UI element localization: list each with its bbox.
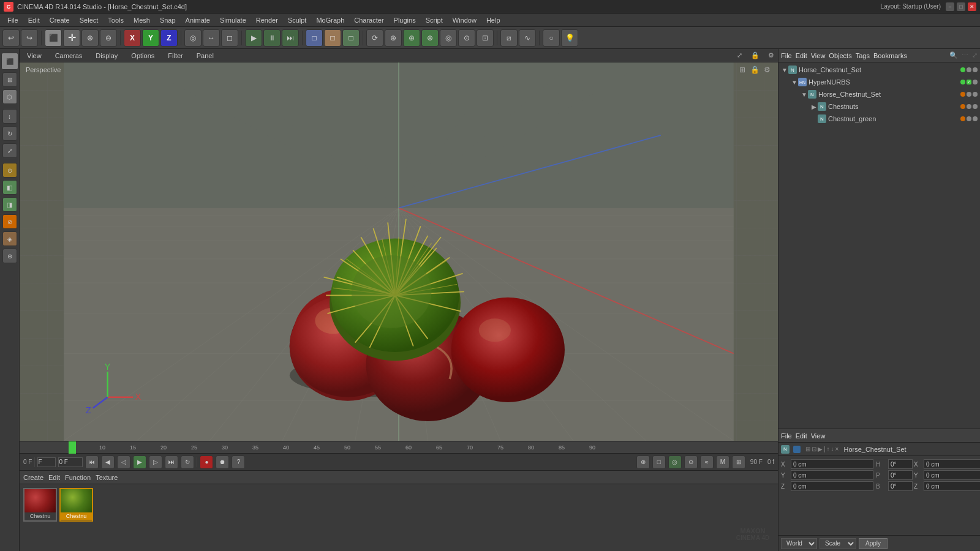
timeline-expand-button[interactable]: ⊞ bbox=[732, 455, 745, 469]
obj-dot-5-1[interactable] bbox=[960, 116, 965, 121]
object-tool[interactable]: ⬛ bbox=[1, 53, 18, 70]
menu-mograph[interactable]: MoGraph bbox=[311, 15, 349, 25]
obj-dot-4-3[interactable] bbox=[973, 104, 978, 109]
viewport[interactable]: Perspective ⊞ 🔒 ⚙ bbox=[20, 62, 778, 441]
obj-expand-arrow-2[interactable]: ▼ bbox=[791, 79, 798, 86]
deform-tool[interactable]: ◨ bbox=[2, 197, 17, 212]
menu-render[interactable]: Render bbox=[251, 15, 283, 25]
z-axis-button[interactable]: Z bbox=[160, 29, 178, 47]
viewport-btn-3[interactable]: □ bbox=[342, 29, 360, 47]
menu-snap[interactable]: Snap bbox=[155, 15, 181, 25]
menu-mesh[interactable]: Mesh bbox=[129, 15, 155, 25]
obj-dot-1-1[interactable] bbox=[960, 67, 965, 72]
attr-x-input[interactable] bbox=[791, 459, 873, 469]
play-forward-button[interactable]: ▶ bbox=[133, 455, 146, 469]
menu-character[interactable]: Character bbox=[349, 15, 388, 25]
obj-menu-objects[interactable]: Objects bbox=[829, 52, 851, 59]
obj-menu-tags[interactable]: Tags bbox=[856, 52, 870, 59]
obj-menu-bookmarks[interactable]: Bookmarks bbox=[873, 52, 907, 59]
attr-icon-3[interactable]: ▶ bbox=[818, 446, 823, 452]
model-mode-button[interactable]: ✛ bbox=[63, 29, 80, 47]
menu-tools[interactable]: Tools bbox=[103, 15, 129, 25]
texture-tool[interactable]: ◧ bbox=[2, 180, 17, 195]
attr-menu-view[interactable]: View bbox=[811, 432, 826, 440]
apply-button[interactable]: Apply bbox=[859, 538, 888, 549]
vp-expand-icon[interactable]: ⤢ bbox=[737, 51, 742, 59]
snap-btn-7[interactable]: ⊡ bbox=[477, 29, 494, 47]
obj-row-horse-chestnut-set-2[interactable]: ▼ N Horse_Chestnut_Set bbox=[778, 88, 980, 100]
extra-tool[interactable]: ⊛ bbox=[2, 249, 17, 263]
menu-edit[interactable]: Edit bbox=[23, 15, 45, 25]
obj-dot-2-3[interactable] bbox=[973, 80, 978, 84]
mat-menu-create[interactable]: Create bbox=[23, 474, 43, 481]
menu-create[interactable]: Create bbox=[45, 15, 75, 25]
obj-dot-1-2[interactable] bbox=[967, 67, 971, 72]
move-tool-button[interactable]: ⬛ bbox=[45, 29, 62, 47]
vp-menu-cameras[interactable]: Cameras bbox=[51, 51, 86, 61]
menu-script[interactable]: Script bbox=[421, 15, 448, 25]
material-chestnut-brown[interactable]: Chestnu bbox=[23, 488, 57, 522]
attr-b-input[interactable] bbox=[888, 481, 913, 491]
snap-btn-1[interactable]: ⟳ bbox=[366, 29, 383, 47]
obj-expand-arrow-3[interactable]: ▼ bbox=[801, 91, 808, 98]
start-frame-input[interactable] bbox=[58, 457, 83, 467]
vp-menu-filter[interactable]: Filter bbox=[164, 51, 186, 61]
paint-tool[interactable]: ◈ bbox=[2, 231, 17, 246]
vp-menu-options[interactable]: Options bbox=[127, 51, 158, 61]
obj-dot-2-2[interactable]: ✓ bbox=[967, 80, 971, 84]
rotate-tool-button[interactable]: ◎ bbox=[184, 29, 202, 47]
obj-dot-3-3[interactable] bbox=[973, 92, 978, 97]
viewport-btn-1[interactable]: □ bbox=[306, 29, 323, 47]
obj-expand-arrow-1[interactable]: ▼ bbox=[781, 67, 788, 73]
snap-btn-4[interactable]: ⊕ bbox=[421, 29, 439, 47]
obj-row-horse-chestnut-set[interactable]: ▼ N Horse_Chestnut_Set bbox=[778, 64, 980, 76]
track-type-button[interactable]: □ bbox=[652, 455, 666, 469]
attr-icon-1[interactable]: ⊞ bbox=[805, 446, 810, 452]
maximize-button[interactable]: □ bbox=[957, 2, 965, 11]
record-auto-button[interactable]: ⏺ bbox=[216, 455, 229, 469]
object-mode-button[interactable]: ⊕ bbox=[81, 29, 99, 47]
track-graph-button[interactable]: ≈ bbox=[700, 455, 714, 469]
scene-mode-button[interactable]: ⊖ bbox=[100, 29, 117, 47]
snap-btn-2[interactable]: ⊕ bbox=[385, 29, 402, 47]
go-start-button[interactable]: ⏮ bbox=[85, 455, 99, 469]
menu-file[interactable]: File bbox=[2, 15, 23, 25]
obj-menu-view[interactable]: View bbox=[811, 52, 826, 59]
track-keys-button[interactable]: ⊙ bbox=[684, 455, 698, 469]
obj-row-chestnuts[interactable]: ▶ N Chestnuts bbox=[778, 100, 980, 113]
attr-menu-edit[interactable]: Edit bbox=[796, 432, 807, 440]
camera-btn-1[interactable]: ○ bbox=[543, 29, 560, 47]
menu-help[interactable]: Help bbox=[481, 15, 505, 25]
attr-icon-6[interactable]: ↓ bbox=[831, 446, 834, 452]
coord-system-dropdown[interactable]: World Object bbox=[781, 538, 817, 549]
rotate-tool[interactable]: ↻ bbox=[2, 126, 17, 141]
obj-row-hypernurbs[interactable]: ▼ HN HyperNURBS ✓ bbox=[778, 76, 980, 88]
snap-btn-6[interactable]: ⊙ bbox=[458, 29, 475, 47]
transform-mode-dropdown[interactable]: Scale Move Rotate bbox=[820, 538, 856, 549]
obj-expand-arrow-4[interactable]: ▶ bbox=[810, 103, 818, 110]
vp-lock-icon[interactable]: 🔒 bbox=[751, 51, 760, 59]
loop-button[interactable]: ↻ bbox=[181, 455, 194, 469]
attr-h-input[interactable] bbox=[888, 459, 913, 469]
attr-sy-input[interactable] bbox=[924, 470, 980, 480]
attr-menu-file[interactable]: File bbox=[781, 432, 792, 440]
render-all-button[interactable]: ∿ bbox=[519, 29, 536, 47]
menu-simulate[interactable]: Simulate bbox=[215, 15, 251, 25]
mat-menu-texture[interactable]: Texture bbox=[96, 474, 118, 481]
y-axis-button[interactable]: Y bbox=[142, 29, 159, 47]
go-end-button[interactable]: ⏭ bbox=[165, 455, 178, 469]
play-button-3[interactable]: ⏭ bbox=[282, 29, 299, 47]
attr-p-input[interactable] bbox=[888, 470, 913, 480]
attr-icon-5[interactable]: ↑ bbox=[827, 446, 830, 452]
obj-dot-2-1[interactable] bbox=[960, 80, 965, 84]
snap-btn-5[interactable]: ◎ bbox=[440, 29, 457, 47]
obj-row-chestnut-green[interactable]: ▶ N Chestnut_green bbox=[778, 113, 980, 125]
scale-tool[interactable]: ⤢ bbox=[2, 143, 17, 158]
x-axis-button[interactable]: X bbox=[124, 29, 141, 47]
vp-menu-view[interactable]: View bbox=[23, 51, 45, 61]
obj-dot-4-1[interactable] bbox=[960, 104, 965, 109]
menu-animate[interactable]: Animate bbox=[181, 15, 215, 25]
render-region-button[interactable]: ⧄ bbox=[500, 29, 518, 47]
attr-icon-7[interactable]: × bbox=[835, 446, 839, 452]
poly-tool[interactable]: ⬡ bbox=[2, 89, 17, 104]
